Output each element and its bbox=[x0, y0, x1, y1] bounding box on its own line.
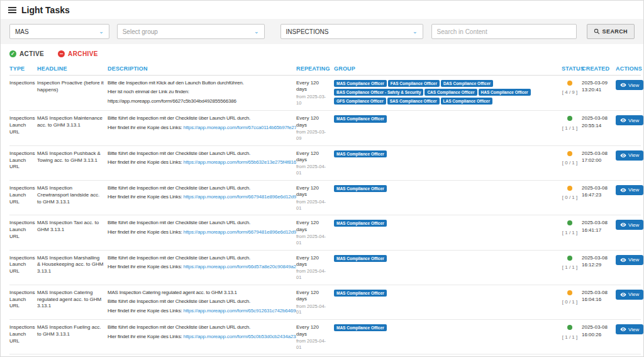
task-description: MAS Inspection Catering regulated agent … bbox=[108, 285, 296, 319]
view-button[interactable]: View bbox=[616, 290, 643, 300]
view-button-label: View bbox=[628, 292, 639, 297]
task-actions: View bbox=[616, 111, 641, 145]
group-badge: MAS Compliance Officer bbox=[334, 324, 387, 331]
description-link[interactable]: https://app.moreapp.com/form/65c912631c7… bbox=[183, 308, 296, 314]
view-button-label: View bbox=[628, 82, 639, 88]
status-count: [ 1 / 1 ] bbox=[562, 264, 578, 271]
col-header-headline: HEADLINE bbox=[37, 62, 108, 76]
task-type: InspectionsLaunch URL bbox=[9, 285, 37, 319]
description-link[interactable]: https://app.moreapp.com/form/6679481e896… bbox=[183, 194, 296, 200]
tab-archive[interactable]: ARCHIVE bbox=[58, 50, 98, 57]
repeating-interval: Every 120 days bbox=[296, 324, 330, 337]
task-headline: MAS Inspection Fueling acc. to GHM 3.13.… bbox=[37, 320, 108, 354]
task-type: InspectionsLaunch URL bbox=[9, 320, 37, 354]
description-line: Hier ist noch einmal der Link zu finden: bbox=[108, 89, 292, 95]
task-description: Bitte führt die Inspection mit der Check… bbox=[108, 180, 296, 215]
task-headline: MAS Inspection GSE acc. to GHM 3.13.1 bbox=[37, 354, 108, 357]
view-button-label: View bbox=[628, 152, 639, 158]
page-title: Light Tasks bbox=[21, 5, 70, 15]
created-date: 2025-03-08 bbox=[582, 150, 612, 157]
description-link[interactable]: https://app.moreapp.com/form/65c0b53d0cb… bbox=[183, 334, 296, 339]
group-badge: MAS Compliance Officer bbox=[334, 185, 387, 192]
task-actions: View bbox=[616, 215, 641, 250]
view-button[interactable]: View bbox=[616, 185, 643, 195]
repeating-from: from 2025-03-09 bbox=[296, 129, 330, 142]
col-header-group: GROUP bbox=[334, 62, 562, 76]
description-link[interactable]: https://app.moreapp.com/form/67cca0114b6… bbox=[183, 125, 296, 130]
tasks-list-icon bbox=[8, 7, 16, 13]
status-count: [ 4 / 9 ] bbox=[562, 89, 578, 96]
search-icon bbox=[594, 28, 600, 35]
view-button[interactable]: View bbox=[616, 115, 643, 125]
description-line: https://app.moreapp.com/form/6627c5b304b… bbox=[108, 98, 292, 105]
status-dot bbox=[567, 290, 572, 295]
view-button[interactable]: View bbox=[616, 255, 643, 265]
created-time: 16:04:16 bbox=[582, 297, 612, 303]
task-actions: View bbox=[616, 180, 641, 215]
view-button[interactable]: View bbox=[616, 80, 643, 90]
repeating-from: from 2025-04-01 bbox=[296, 268, 330, 281]
eye-icon bbox=[620, 292, 626, 298]
task-created: 2025-03-08 16:12:29 bbox=[582, 250, 616, 285]
task-headline: Inspection Proactive (before it happens) bbox=[37, 76, 108, 111]
task-repeating: Every 120 days from 2025-03-10 bbox=[296, 76, 334, 111]
description-link[interactable]: https://app.moreapp.com/form/6679481e896… bbox=[183, 229, 296, 235]
description-link[interactable]: https://app.moreapp.com/form/66d57a8e20c… bbox=[183, 264, 296, 269]
status-dot bbox=[567, 186, 572, 191]
view-button-label: View bbox=[628, 118, 639, 123]
group-badge: MAS Compliance Officer bbox=[334, 255, 387, 262]
task-repeating: Every 120 days from 2025-04-01 bbox=[296, 180, 334, 215]
col-header-repeating: REPEATING bbox=[296, 62, 334, 76]
group-badge: MAS Compliance Officer bbox=[334, 115, 387, 122]
status-count: [ 1 / 1 ] bbox=[562, 125, 578, 132]
group-select[interactable]: Select group ⌄ bbox=[117, 24, 265, 39]
group-badge: MAS Compliance Officer bbox=[334, 80, 387, 87]
search-button[interactable]: SEARCH bbox=[587, 24, 635, 39]
group-badge: LAS Compliance Officer bbox=[441, 98, 492, 105]
created-date: 2025-03-09 bbox=[582, 80, 612, 86]
search-input[interactable] bbox=[431, 24, 577, 39]
task-actions: View bbox=[616, 145, 641, 180]
created-date: 2025-03-08 bbox=[582, 255, 612, 261]
view-button[interactable]: View bbox=[616, 220, 643, 230]
status-dot bbox=[567, 151, 572, 156]
description-link[interactable]: https://app.moreapp.com/form/65b632e13e2… bbox=[183, 159, 296, 165]
task-created: 2025-03-08 17:02:00 bbox=[582, 145, 616, 180]
col-header-created: CREATED bbox=[582, 62, 616, 76]
group-badge: CAS Compliance Officer bbox=[425, 89, 477, 96]
view-button[interactable]: View bbox=[616, 150, 643, 161]
eye-icon bbox=[620, 326, 626, 332]
status-dot bbox=[567, 256, 572, 261]
table-row: InspectionsLaunch URL MAS Inspection Cat… bbox=[9, 285, 641, 319]
status-dot bbox=[567, 81, 572, 86]
type-select[interactable]: INSPECTIONS ⌄ bbox=[280, 24, 423, 39]
table-row: InspectionsLaunch URL MAS Inspection Cre… bbox=[9, 180, 641, 215]
task-headline: MAS Inspection Taxi acc. to GHM 3.13.1 bbox=[37, 215, 108, 250]
description-line: Hier findet ihr eine Kopie des Links: ht… bbox=[108, 159, 292, 166]
description-line: Hier findet ihr eine Kopie des Links: ht… bbox=[108, 229, 292, 235]
task-created: 2025-03-08 16:04:16 bbox=[582, 285, 616, 319]
task-actions: View bbox=[616, 354, 641, 357]
repeating-from: from 2025-04-01 bbox=[296, 234, 330, 246]
description-line: Bitte führt die Inspection mit der Check… bbox=[108, 255, 292, 261]
description-line: Bitte führt die Inspection mit der Check… bbox=[108, 324, 292, 331]
company-select[interactable]: MAS ⌄ bbox=[9, 24, 109, 39]
tasks-table-wrap: TYPE HEADLINE DESCRIPTION REPEATING GROU… bbox=[1, 62, 643, 357]
view-button[interactable]: View bbox=[616, 324, 643, 334]
repeating-interval: Every 120 days bbox=[296, 220, 330, 233]
task-headline: MAS Inspection Pushback & Towing acc. to… bbox=[37, 145, 108, 180]
search-button-label: SEARCH bbox=[602, 28, 628, 35]
view-button-label: View bbox=[628, 327, 639, 332]
task-type: InspectionsLaunch URL bbox=[9, 145, 37, 180]
repeating-from: from 2025-03-10 bbox=[296, 94, 330, 106]
tab-active[interactable]: ✓ ACTIVE bbox=[9, 50, 44, 57]
repeating-interval: Every 120 days bbox=[296, 255, 330, 268]
task-groups: MAS Compliance Officer bbox=[334, 215, 562, 250]
table-row: InspectionsLaunch URL MAS Inspection Mai… bbox=[9, 111, 641, 145]
task-table-body: Inspections Inspection Proactive (before… bbox=[9, 76, 641, 357]
task-actions: View bbox=[616, 250, 641, 285]
filter-bar: MAS ⌄ Select group ⌄ INSPECTIONS ⌄ SEARC… bbox=[1, 19, 643, 44]
status-count: [ 1 / 1 ] bbox=[562, 334, 578, 341]
eye-icon bbox=[620, 82, 626, 88]
description-line: Hier findet ihr eine Kopie des Links: ht… bbox=[108, 308, 292, 314]
